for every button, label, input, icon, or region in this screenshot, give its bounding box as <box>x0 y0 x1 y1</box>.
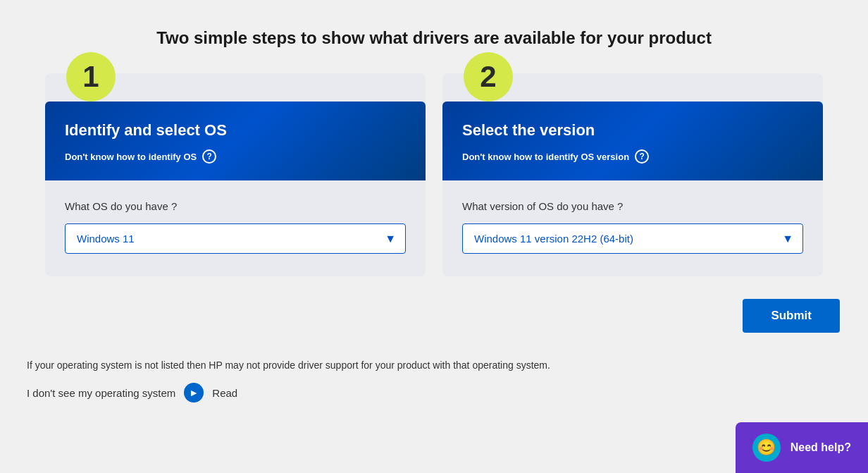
submit-row: Submit <box>25 299 843 333</box>
step2-subtitle-text: Don't know how to identify OS version <box>462 152 629 162</box>
step1-body-label: What OS do you have ? <box>65 200 406 212</box>
need-help-widget[interactable]: 😊 Need help? <box>736 422 868 473</box>
read-link[interactable]: Read <box>212 387 237 399</box>
step1-subtitle-link[interactable]: Don't know how to identify OS ? <box>65 149 406 164</box>
steps-row: 1 Identify and select OS Don't know how … <box>25 73 843 276</box>
step2-number: 2 <box>464 52 513 102</box>
step1-select-wrapper: Windows 11 Windows 10 Windows 8.1 Window… <box>65 223 406 254</box>
os-not-listed-row: I don't see my operating system ► Read <box>27 383 841 403</box>
submit-button[interactable]: Submit <box>743 299 840 333</box>
step2-help-icon[interactable]: ? <box>635 149 649 164</box>
step2-header: Select the version Don't know how to ide… <box>442 102 823 180</box>
step1-subtitle-text: Don't know how to identify OS <box>65 152 197 162</box>
step1-card: 1 Identify and select OS Don't know how … <box>45 73 426 276</box>
step1-os-select[interactable]: Windows 11 Windows 10 Windows 8.1 Window… <box>65 223 406 254</box>
step1-body: What OS do you have ? Windows 11 Windows… <box>45 180 426 276</box>
step2-select-wrapper: Windows 11 version 22H2 (64-bit) Windows… <box>462 223 803 254</box>
step1-header: Identify and select OS Don't know how to… <box>45 102 426 180</box>
info-text: If your operating system is not listed t… <box>27 358 841 373</box>
info-section: If your operating system is not listed t… <box>25 358 843 403</box>
step2-card: 2 Select the version Don't know how to i… <box>442 73 823 276</box>
help-avatar: 😊 <box>752 434 781 462</box>
step1-number: 1 <box>66 52 116 102</box>
step2-title: Select the version <box>462 121 803 140</box>
os-not-listed-label: I don't see my operating system <box>27 387 175 399</box>
page-title: Two simple steps to show what drivers ar… <box>25 28 843 48</box>
need-help-label: Need help? <box>790 441 851 454</box>
step2-body: What version of OS do you have ? Windows… <box>442 180 823 276</box>
read-button[interactable]: ► <box>184 383 204 403</box>
step2-body-label: What version of OS do you have ? <box>462 200 803 212</box>
step2-version-select[interactable]: Windows 11 version 22H2 (64-bit) Windows… <box>462 223 803 254</box>
step2-subtitle-link[interactable]: Don't know how to identify OS version ? <box>462 149 803 164</box>
step1-title: Identify and select OS <box>65 121 406 140</box>
step1-help-icon[interactable]: ? <box>202 149 216 164</box>
